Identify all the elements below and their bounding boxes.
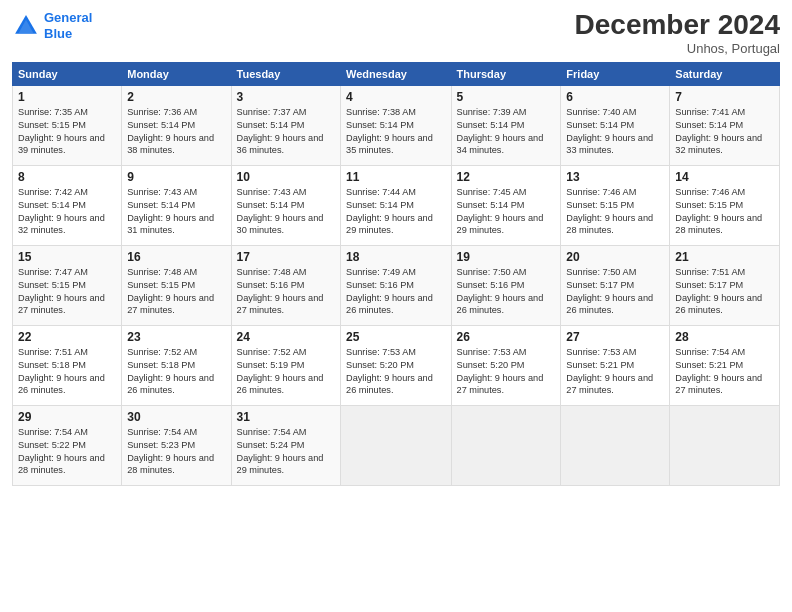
day-detail: Sunrise: 7:45 AMSunset: 5:14 PMDaylight:… [457,186,556,238]
day-number: 29 [18,410,116,424]
calendar-week-2: 8Sunrise: 7:42 AMSunset: 5:14 PMDaylight… [13,165,780,245]
day-number: 3 [237,90,335,104]
day-header-saturday: Saturday [670,62,780,85]
day-detail: Sunrise: 7:41 AMSunset: 5:14 PMDaylight:… [675,106,774,158]
header-row: SundayMondayTuesdayWednesdayThursdayFrid… [13,62,780,85]
day-detail: Sunrise: 7:52 AMSunset: 5:18 PMDaylight:… [127,346,225,398]
main-container: General Blue December 2024 Unhos, Portug… [0,0,792,494]
day-number: 19 [457,250,556,264]
calendar-cell: 27Sunrise: 7:53 AMSunset: 5:21 PMDayligh… [561,325,670,405]
calendar-cell: 30Sunrise: 7:54 AMSunset: 5:23 PMDayligh… [122,405,231,485]
calendar-cell: 22Sunrise: 7:51 AMSunset: 5:18 PMDayligh… [13,325,122,405]
day-detail: Sunrise: 7:54 AMSunset: 5:21 PMDaylight:… [675,346,774,398]
day-header-sunday: Sunday [13,62,122,85]
day-number: 22 [18,330,116,344]
calendar-cell: 23Sunrise: 7:52 AMSunset: 5:18 PMDayligh… [122,325,231,405]
day-number: 8 [18,170,116,184]
calendar-cell: 1Sunrise: 7:35 AMSunset: 5:15 PMDaylight… [13,85,122,165]
day-detail: Sunrise: 7:54 AMSunset: 5:24 PMDaylight:… [237,426,335,478]
calendar-week-5: 29Sunrise: 7:54 AMSunset: 5:22 PMDayligh… [13,405,780,485]
calendar-cell: 18Sunrise: 7:49 AMSunset: 5:16 PMDayligh… [341,245,452,325]
day-detail: Sunrise: 7:42 AMSunset: 5:14 PMDaylight:… [18,186,116,238]
day-header-friday: Friday [561,62,670,85]
calendar-cell [561,405,670,485]
day-number: 15 [18,250,116,264]
day-number: 28 [675,330,774,344]
calendar-cell: 17Sunrise: 7:48 AMSunset: 5:16 PMDayligh… [231,245,340,325]
day-detail: Sunrise: 7:43 AMSunset: 5:14 PMDaylight:… [237,186,335,238]
calendar-cell: 9Sunrise: 7:43 AMSunset: 5:14 PMDaylight… [122,165,231,245]
day-detail: Sunrise: 7:51 AMSunset: 5:18 PMDaylight:… [18,346,116,398]
day-number: 14 [675,170,774,184]
logo: General Blue [12,10,92,41]
day-detail: Sunrise: 7:53 AMSunset: 5:20 PMDaylight:… [457,346,556,398]
day-detail: Sunrise: 7:40 AMSunset: 5:14 PMDaylight:… [566,106,664,158]
day-detail: Sunrise: 7:50 AMSunset: 5:16 PMDaylight:… [457,266,556,318]
calendar-body: 1Sunrise: 7:35 AMSunset: 5:15 PMDaylight… [13,85,780,485]
calendar-cell: 7Sunrise: 7:41 AMSunset: 5:14 PMDaylight… [670,85,780,165]
day-detail: Sunrise: 7:54 AMSunset: 5:23 PMDaylight:… [127,426,225,478]
calendar-cell: 11Sunrise: 7:44 AMSunset: 5:14 PMDayligh… [341,165,452,245]
day-number: 24 [237,330,335,344]
calendar-cell: 13Sunrise: 7:46 AMSunset: 5:15 PMDayligh… [561,165,670,245]
day-number: 27 [566,330,664,344]
day-number: 21 [675,250,774,264]
day-number: 2 [127,90,225,104]
day-number: 6 [566,90,664,104]
month-title: December 2024 [575,10,780,41]
day-detail: Sunrise: 7:51 AMSunset: 5:17 PMDaylight:… [675,266,774,318]
title-block: December 2024 Unhos, Portugal [575,10,780,56]
calendar-cell: 5Sunrise: 7:39 AMSunset: 5:14 PMDaylight… [451,85,561,165]
day-number: 17 [237,250,335,264]
logo-icon [12,12,40,40]
day-number: 13 [566,170,664,184]
calendar-cell: 20Sunrise: 7:50 AMSunset: 5:17 PMDayligh… [561,245,670,325]
calendar-header: SundayMondayTuesdayWednesdayThursdayFrid… [13,62,780,85]
calendar-cell: 2Sunrise: 7:36 AMSunset: 5:14 PMDaylight… [122,85,231,165]
day-number: 30 [127,410,225,424]
calendar-cell: 3Sunrise: 7:37 AMSunset: 5:14 PMDaylight… [231,85,340,165]
day-detail: Sunrise: 7:47 AMSunset: 5:15 PMDaylight:… [18,266,116,318]
header: General Blue December 2024 Unhos, Portug… [12,10,780,56]
day-number: 1 [18,90,116,104]
calendar-cell: 15Sunrise: 7:47 AMSunset: 5:15 PMDayligh… [13,245,122,325]
location-subtitle: Unhos, Portugal [575,41,780,56]
calendar-cell: 26Sunrise: 7:53 AMSunset: 5:20 PMDayligh… [451,325,561,405]
day-detail: Sunrise: 7:48 AMSunset: 5:16 PMDaylight:… [237,266,335,318]
day-detail: Sunrise: 7:44 AMSunset: 5:14 PMDaylight:… [346,186,446,238]
calendar-cell: 25Sunrise: 7:53 AMSunset: 5:20 PMDayligh… [341,325,452,405]
calendar-cell: 29Sunrise: 7:54 AMSunset: 5:22 PMDayligh… [13,405,122,485]
calendar-cell [670,405,780,485]
day-header-monday: Monday [122,62,231,85]
calendar-cell [341,405,452,485]
day-detail: Sunrise: 7:46 AMSunset: 5:15 PMDaylight:… [566,186,664,238]
day-number: 26 [457,330,556,344]
calendar-cell: 6Sunrise: 7:40 AMSunset: 5:14 PMDaylight… [561,85,670,165]
day-header-thursday: Thursday [451,62,561,85]
day-detail: Sunrise: 7:53 AMSunset: 5:20 PMDaylight:… [346,346,446,398]
day-number: 7 [675,90,774,104]
calendar-week-4: 22Sunrise: 7:51 AMSunset: 5:18 PMDayligh… [13,325,780,405]
logo-text: General Blue [44,10,92,41]
day-detail: Sunrise: 7:49 AMSunset: 5:16 PMDaylight:… [346,266,446,318]
calendar-cell [451,405,561,485]
day-detail: Sunrise: 7:52 AMSunset: 5:19 PMDaylight:… [237,346,335,398]
day-number: 12 [457,170,556,184]
calendar-table: SundayMondayTuesdayWednesdayThursdayFrid… [12,62,780,486]
day-number: 4 [346,90,446,104]
day-detail: Sunrise: 7:39 AMSunset: 5:14 PMDaylight:… [457,106,556,158]
calendar-cell: 8Sunrise: 7:42 AMSunset: 5:14 PMDaylight… [13,165,122,245]
day-detail: Sunrise: 7:38 AMSunset: 5:14 PMDaylight:… [346,106,446,158]
day-header-wednesday: Wednesday [341,62,452,85]
day-number: 9 [127,170,225,184]
day-number: 18 [346,250,446,264]
calendar-cell: 4Sunrise: 7:38 AMSunset: 5:14 PMDaylight… [341,85,452,165]
day-detail: Sunrise: 7:43 AMSunset: 5:14 PMDaylight:… [127,186,225,238]
day-number: 5 [457,90,556,104]
day-number: 31 [237,410,335,424]
calendar-cell: 24Sunrise: 7:52 AMSunset: 5:19 PMDayligh… [231,325,340,405]
calendar-week-1: 1Sunrise: 7:35 AMSunset: 5:15 PMDaylight… [13,85,780,165]
calendar-cell: 14Sunrise: 7:46 AMSunset: 5:15 PMDayligh… [670,165,780,245]
day-header-tuesday: Tuesday [231,62,340,85]
calendar-cell: 21Sunrise: 7:51 AMSunset: 5:17 PMDayligh… [670,245,780,325]
